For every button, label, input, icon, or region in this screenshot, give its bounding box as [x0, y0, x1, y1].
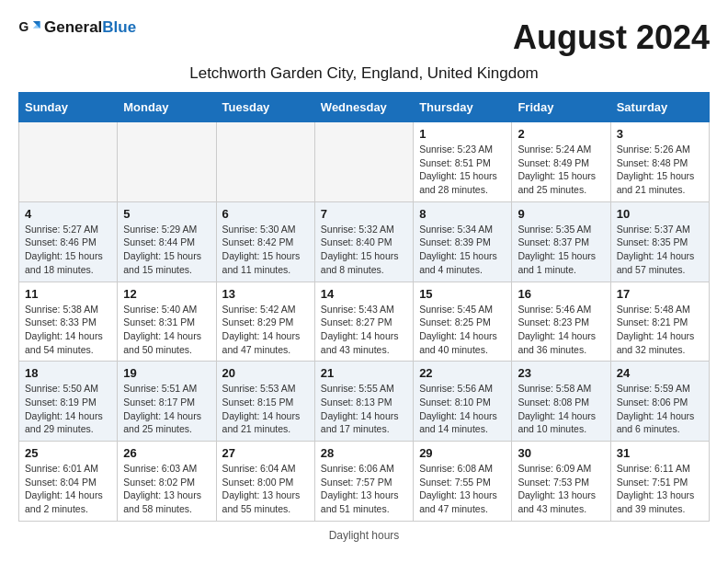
calendar-cell: 19Sunrise: 5:51 AMSunset: 8:17 PMDayligh… — [118, 362, 216, 442]
day-number: 26 — [123, 446, 210, 460]
calendar-cell: 2Sunrise: 5:24 AMSunset: 8:49 PMDaylight… — [512, 122, 610, 202]
day-info: Sunrise: 5:43 AMSunset: 8:27 PMDaylight:… — [321, 303, 407, 357]
day-info: Sunrise: 5:46 AMSunset: 8:23 PMDaylight:… — [518, 303, 604, 357]
column-header-saturday: Saturday — [610, 93, 709, 122]
day-number: 18 — [25, 366, 111, 380]
month-title: August 2024 — [513, 18, 710, 57]
column-header-tuesday: Tuesday — [216, 93, 314, 122]
calendar-cell: 1Sunrise: 5:23 AMSunset: 8:51 PMDaylight… — [414, 122, 512, 202]
svg-text:G: G — [18, 19, 28, 34]
calendar-cell: 10Sunrise: 5:37 AMSunset: 8:35 PMDayligh… — [610, 201, 709, 282]
calendar-header-row: SundayMondayTuesdayWednesdayThursdayFrid… — [19, 93, 710, 122]
day-info: Sunrise: 5:34 AMSunset: 8:39 PMDaylight:… — [419, 223, 506, 277]
day-info: Sunrise: 6:11 AMSunset: 7:51 PMDaylight:… — [617, 462, 703, 516]
calendar-cell: 24Sunrise: 5:59 AMSunset: 8:06 PMDayligh… — [610, 362, 709, 442]
logo-text-container: GeneralBlue — [44, 18, 136, 37]
day-number: 4 — [25, 207, 111, 221]
calendar-cell: 18Sunrise: 5:50 AMSunset: 8:19 PMDayligh… — [19, 362, 118, 442]
day-info: Sunrise: 6:06 AMSunset: 7:57 PMDaylight:… — [321, 462, 407, 516]
day-info: Sunrise: 5:29 AMSunset: 8:44 PMDaylight:… — [123, 223, 210, 277]
day-number: 5 — [123, 207, 210, 221]
calendar-cell: 23Sunrise: 5:58 AMSunset: 8:08 PMDayligh… — [512, 362, 610, 442]
day-info: Sunrise: 5:35 AMSunset: 8:37 PMDaylight:… — [518, 223, 604, 277]
day-number: 8 — [419, 207, 506, 221]
day-info: Sunrise: 5:23 AMSunset: 8:51 PMDaylight:… — [419, 143, 506, 197]
day-info: Sunrise: 5:32 AMSunset: 8:40 PMDaylight:… — [321, 223, 407, 277]
calendar-cell: 7Sunrise: 5:32 AMSunset: 8:40 PMDaylight… — [314, 201, 413, 282]
calendar-cell: 6Sunrise: 5:30 AMSunset: 8:42 PMDaylight… — [216, 201, 314, 282]
day-number: 15 — [419, 287, 506, 301]
day-number: 14 — [321, 287, 407, 301]
day-info: Sunrise: 6:03 AMSunset: 8:02 PMDaylight:… — [123, 462, 210, 516]
calendar-cell: 14Sunrise: 5:43 AMSunset: 8:27 PMDayligh… — [314, 282, 413, 362]
logo-blue: Blue — [102, 18, 136, 36]
calendar-cell: 25Sunrise: 6:01 AMSunset: 8:04 PMDayligh… — [19, 442, 118, 522]
day-info: Sunrise: 5:51 AMSunset: 8:17 PMDaylight:… — [123, 382, 210, 436]
footer-note: Daylight hours — [18, 529, 710, 542]
day-number: 3 — [617, 127, 703, 141]
calendar-cell: 30Sunrise: 6:09 AMSunset: 7:53 PMDayligh… — [512, 442, 610, 522]
day-info: Sunrise: 6:01 AMSunset: 8:04 PMDaylight:… — [25, 462, 111, 516]
day-info: Sunrise: 5:38 AMSunset: 8:33 PMDaylight:… — [25, 303, 111, 357]
day-number: 25 — [25, 446, 111, 460]
logo-icon: G — [18, 18, 40, 37]
logo: G GeneralBlue — [18, 18, 136, 37]
column-header-monday: Monday — [118, 93, 216, 122]
calendar-cell: 15Sunrise: 5:45 AMSunset: 8:25 PMDayligh… — [414, 282, 512, 362]
day-info: Sunrise: 6:09 AMSunset: 7:53 PMDaylight:… — [518, 462, 604, 516]
column-header-friday: Friday — [512, 93, 610, 122]
day-number: 20 — [222, 366, 309, 380]
column-header-sunday: Sunday — [19, 93, 118, 122]
calendar-cell: 28Sunrise: 6:06 AMSunset: 7:57 PMDayligh… — [314, 442, 413, 522]
day-number: 22 — [419, 366, 506, 380]
logo-general: General — [44, 18, 102, 36]
day-number: 24 — [617, 366, 703, 380]
footer-note-text: Daylight hours — [329, 529, 400, 542]
calendar-cell: 26Sunrise: 6:03 AMSunset: 8:02 PMDayligh… — [118, 442, 216, 522]
day-info: Sunrise: 5:26 AMSunset: 8:48 PMDaylight:… — [617, 143, 703, 197]
day-number: 28 — [321, 446, 407, 460]
day-number: 1 — [419, 127, 506, 141]
day-info: Sunrise: 5:24 AMSunset: 8:49 PMDaylight:… — [518, 143, 604, 197]
location-title: Letchworth Garden City, England, United … — [18, 64, 710, 83]
calendar-cell: 17Sunrise: 5:48 AMSunset: 8:21 PMDayligh… — [610, 282, 709, 362]
day-info: Sunrise: 5:50 AMSunset: 8:19 PMDaylight:… — [25, 382, 111, 436]
day-info: Sunrise: 5:45 AMSunset: 8:25 PMDaylight:… — [419, 303, 506, 357]
calendar-table: SundayMondayTuesdayWednesdayThursdayFrid… — [18, 92, 710, 522]
calendar-cell: 8Sunrise: 5:34 AMSunset: 8:39 PMDaylight… — [414, 201, 512, 282]
day-number: 29 — [419, 446, 506, 460]
calendar-cell: 21Sunrise: 5:55 AMSunset: 8:13 PMDayligh… — [314, 362, 413, 442]
day-info: Sunrise: 5:42 AMSunset: 8:29 PMDaylight:… — [222, 303, 309, 357]
column-header-wednesday: Wednesday — [314, 93, 413, 122]
calendar-week-4: 18Sunrise: 5:50 AMSunset: 8:19 PMDayligh… — [19, 362, 710, 442]
day-number: 6 — [222, 207, 309, 221]
day-number: 31 — [617, 446, 703, 460]
column-header-thursday: Thursday — [414, 93, 512, 122]
calendar-cell — [216, 122, 314, 202]
day-number: 17 — [617, 287, 703, 301]
calendar-week-3: 11Sunrise: 5:38 AMSunset: 8:33 PMDayligh… — [19, 282, 710, 362]
calendar-week-5: 25Sunrise: 6:01 AMSunset: 8:04 PMDayligh… — [19, 442, 710, 522]
calendar-cell: 12Sunrise: 5:40 AMSunset: 8:31 PMDayligh… — [118, 282, 216, 362]
day-number: 23 — [518, 366, 604, 380]
day-number: 9 — [518, 207, 604, 221]
day-info: Sunrise: 5:59 AMSunset: 8:06 PMDaylight:… — [617, 382, 703, 436]
day-number: 11 — [25, 287, 111, 301]
calendar-cell: 20Sunrise: 5:53 AMSunset: 8:15 PMDayligh… — [216, 362, 314, 442]
day-number: 13 — [222, 287, 309, 301]
day-number: 10 — [617, 207, 703, 221]
calendar-cell: 13Sunrise: 5:42 AMSunset: 8:29 PMDayligh… — [216, 282, 314, 362]
calendar-cell: 27Sunrise: 6:04 AMSunset: 8:00 PMDayligh… — [216, 442, 314, 522]
day-info: Sunrise: 5:37 AMSunset: 8:35 PMDaylight:… — [617, 223, 703, 277]
day-info: Sunrise: 5:55 AMSunset: 8:13 PMDaylight:… — [321, 382, 407, 436]
calendar-cell: 11Sunrise: 5:38 AMSunset: 8:33 PMDayligh… — [19, 282, 118, 362]
calendar-week-2: 4Sunrise: 5:27 AMSunset: 8:46 PMDaylight… — [19, 201, 710, 282]
day-info: Sunrise: 6:04 AMSunset: 8:00 PMDaylight:… — [222, 462, 309, 516]
day-number: 16 — [518, 287, 604, 301]
day-info: Sunrise: 5:30 AMSunset: 8:42 PMDaylight:… — [222, 223, 309, 277]
day-info: Sunrise: 5:27 AMSunset: 8:46 PMDaylight:… — [25, 223, 111, 277]
calendar-cell: 5Sunrise: 5:29 AMSunset: 8:44 PMDaylight… — [118, 201, 216, 282]
day-info: Sunrise: 6:08 AMSunset: 7:55 PMDaylight:… — [419, 462, 506, 516]
calendar-cell — [118, 122, 216, 202]
calendar-cell: 4Sunrise: 5:27 AMSunset: 8:46 PMDaylight… — [19, 201, 118, 282]
